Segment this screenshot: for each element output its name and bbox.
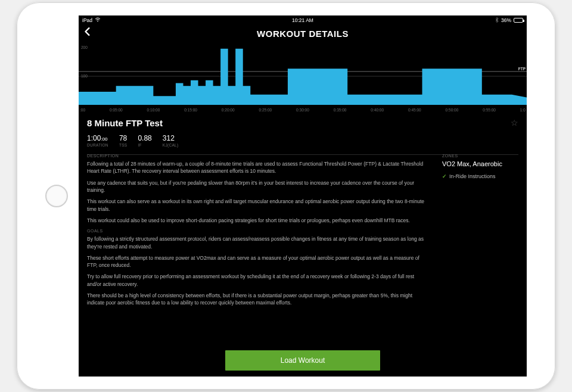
x-axis-ticks: :000:05:000:10:000:15:000:20:000:25:000:… — [79, 108, 527, 112]
body: DESCRIPTION Following a total of 28 minu… — [87, 154, 518, 341]
stat-kj: 312 kJ(CAL) — [163, 134, 179, 147]
bluetooth-icon — [495, 17, 499, 24]
back-button[interactable] — [83, 27, 95, 39]
y-tick-200: 200 — [81, 45, 88, 49]
x-tick: 1:0 — [520, 108, 526, 112]
screen: iPad 10:21 AM 36% WORKOUT DETAILS — [79, 15, 527, 377]
x-tick: 0:50:00 — [446, 108, 459, 112]
goals-label: GOALS — [87, 229, 424, 233]
ipad-frame: iPad 10:21 AM 36% WORKOUT DETAILS — [17, 2, 555, 390]
page-title: WORKOUT DETAILS — [257, 29, 349, 39]
x-tick: 0:15:00 — [184, 108, 197, 112]
zones-value: VO2 Max, Anaerobic — [442, 160, 518, 167]
x-tick: 0:10:00 — [147, 108, 160, 112]
x-tick: 0:45:00 — [408, 108, 421, 112]
description-text: Following a total of 28 minutes of warm-… — [87, 160, 424, 224]
workout-chart: 200 100 FTP :000:05:000:10:000:15:000:20… — [79, 42, 527, 113]
favorite-star-icon[interactable]: ☆ — [511, 118, 518, 127]
clock: 10:21 AM — [292, 17, 313, 23]
goals-text: By following a strictly structured asses… — [87, 235, 424, 307]
device-label: iPad — [82, 17, 92, 23]
stat-tss: 78 TSS — [119, 134, 128, 147]
x-tick: 0:40:00 — [371, 108, 384, 112]
wifi-icon — [95, 17, 101, 23]
x-tick: 0:55:00 — [483, 108, 496, 112]
home-button[interactable] — [45, 185, 68, 207]
ftp-line-label: FTP — [518, 67, 526, 71]
x-tick: 0:20:00 — [222, 108, 235, 112]
x-tick: 0:25:00 — [259, 108, 272, 112]
svg-marker-3 — [79, 49, 527, 105]
title-block: 8 Minute FTP Test ☆ 1:00:00 DURATION 78 … — [87, 118, 518, 155]
inride-instructions: ✓ In-Ride Instructions — [442, 173, 518, 179]
zones-label: ZONES — [442, 154, 518, 158]
y-tick-100: 100 — [81, 74, 88, 78]
workout-title: 8 Minute FTP Test — [87, 118, 518, 128]
battery-icon — [514, 18, 523, 23]
x-tick: 0:05:00 — [110, 108, 123, 112]
check-icon: ✓ — [442, 173, 447, 179]
stat-duration: 1:00:00 DURATION — [87, 134, 108, 147]
stats-row: 1:00:00 DURATION 78 TSS 0.88 IF 312 kJ(C… — [87, 134, 518, 155]
load-workout-button[interactable]: Load Workout — [225, 350, 380, 371]
stat-if: 0.88 IF — [138, 134, 151, 147]
battery-pct: 36% — [501, 17, 511, 23]
x-tick: :00 — [80, 108, 85, 112]
nav-header: WORKOUT DETAILS — [79, 25, 527, 42]
x-tick: 0:35:00 — [334, 108, 347, 112]
status-bar: iPad 10:21 AM 36% — [79, 15, 527, 25]
description-label: DESCRIPTION — [87, 154, 424, 158]
svg-point-0 — [97, 20, 98, 21]
x-tick: 0:30:00 — [296, 108, 309, 112]
inride-label: In-Ride Instructions — [449, 173, 496, 179]
